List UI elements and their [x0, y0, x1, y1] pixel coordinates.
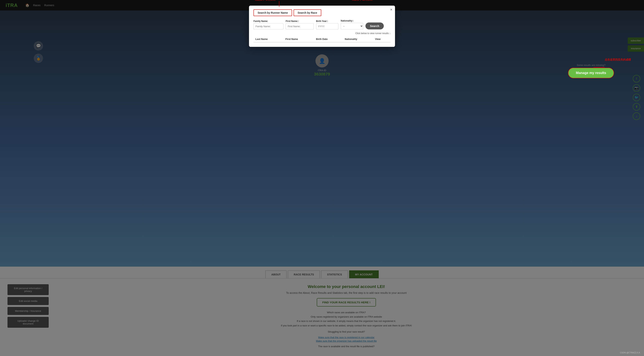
- modal-overlay[interactable]: × 根据选手名称搜索 根据赛事进行搜索 Search by Runner Nam…: [0, 0, 644, 356]
- manage-results-section: Some results are missing? Manage my resu…: [568, 64, 614, 78]
- tab-search-race[interactable]: Search by Race: [294, 9, 321, 16]
- modal-close-button[interactable]: ×: [390, 8, 392, 12]
- cn-annotation-race: 根据赛事进行搜索: [352, 0, 372, 1]
- missing-results-text: Some results are missing?: [568, 64, 614, 67]
- cn-annotation-runner: 根据选手名称搜索: [254, 0, 276, 1]
- first-name-label: First Name::: [286, 20, 314, 23]
- search-modal: × 根据选手名称搜索 根据赛事进行搜索 Search by Runner Nam…: [249, 6, 395, 47]
- click-below-text: Click below to view runner results ↓: [254, 32, 390, 35]
- tab-search-runner[interactable]: Search by Runner Name: [254, 9, 292, 16]
- birth-year-label: Birth Year::: [316, 20, 338, 23]
- col-last-name: Last Name: [254, 36, 284, 42]
- nationality-field: Nationality:: -: [341, 20, 363, 30]
- birth-year-input[interactable]: [316, 23, 338, 30]
- nationality-label: Nationality::: [341, 20, 363, 22]
- family-name-input[interactable]: [254, 23, 284, 30]
- nationality-select[interactable]: -: [341, 23, 363, 30]
- col-first-name: First Name: [284, 36, 314, 42]
- first-name-field: First Name::: [286, 20, 314, 30]
- search-button[interactable]: Search: [366, 23, 384, 30]
- results-table: Last Name First Name Birth Date National…: [254, 36, 390, 42]
- family-name-label: Family Name:: [254, 20, 284, 23]
- birth-year-field: Birth Year::: [316, 20, 338, 30]
- col-birth-date: Birth Date: [314, 36, 343, 42]
- col-nationality: Nationality: [343, 36, 373, 42]
- col-view: View: [373, 36, 390, 42]
- modal-tabs: Search by Runner Name Search by Race: [254, 9, 390, 16]
- family-name-field: Family Name:: [254, 20, 284, 30]
- manage-results-button[interactable]: Manage my results: [568, 68, 614, 78]
- watermark: CSDN @CTRA王大大: [620, 351, 640, 354]
- search-form: Family Name: First Name:: Birth Year:: N…: [254, 20, 390, 30]
- arrow-runner: [279, 1, 279, 7]
- first-name-input[interactable]: [286, 23, 314, 30]
